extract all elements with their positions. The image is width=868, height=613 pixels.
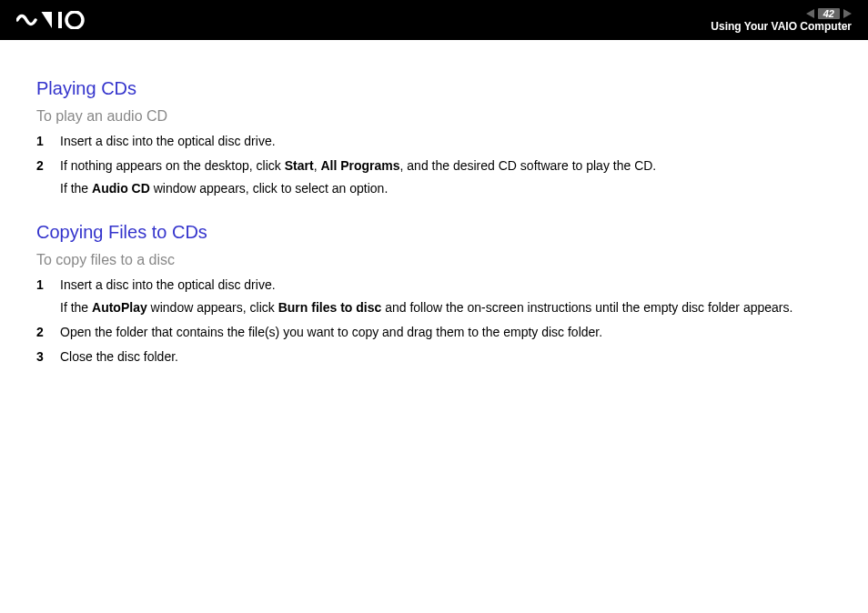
vaio-logo [16,11,98,29]
header-right: 42 Using Your VAIO Computer [711,8,852,33]
section-heading-copying-files: Copying Files to CDs [36,222,843,243]
step-number: 3 [36,347,60,367]
step-item: 2 If nothing appears on the desktop, cli… [36,156,843,198]
step-item: 2 Open the folder that contains the file… [36,323,843,342]
step-number: 2 [36,156,60,176]
step-text: Insert a disc into the optical disc driv… [60,277,276,292]
sub-heading-play-audio-cd: To play an audio CD [36,108,843,125]
section-heading-playing-cds: Playing CDs [36,78,843,99]
svg-rect-0 [58,12,62,28]
page-content: Playing CDs To play an audio CD 1 Insert… [0,40,868,408]
step-body: Insert a disc into the optical disc driv… [60,132,843,151]
nav-next-icon[interactable] [843,9,852,18]
step-item: 1 Insert a disc into the optical disc dr… [36,276,843,317]
step-list-playing: 1 Insert a disc into the optical disc dr… [36,132,843,198]
step-list-copying: 1 Insert a disc into the optical disc dr… [36,276,843,367]
step-body: Open the folder that contains the file(s… [60,323,843,342]
sub-heading-copy-files: To copy files to a disc [36,252,843,268]
step-body: Insert a disc into the optical disc driv… [60,276,843,317]
step-body: Close the disc folder. [60,347,843,367]
vaio-logo-svg [16,11,98,29]
page-number: 42 [818,8,840,19]
step-number: 1 [36,132,60,151]
header-section-title: Using Your VAIO Computer [711,20,852,33]
step-number: 2 [36,323,60,342]
step-subtext: If the Audio CD window appears, click to… [60,179,843,198]
page-nav: 42 [806,8,852,19]
step-item: 1 Insert a disc into the optical disc dr… [36,132,843,151]
step-body: If nothing appears on the desktop, click… [60,156,843,198]
nav-prev-icon[interactable] [806,9,814,18]
step-number: 1 [36,276,60,295]
step-subtext: If the AutoPlay window appears, click Bu… [60,298,843,317]
svg-point-1 [66,12,83,28]
header-bar: 42 Using Your VAIO Computer [0,0,868,40]
step-text: If nothing appears on the desktop, click… [60,158,656,173]
step-item: 3 Close the disc folder. [36,347,843,367]
